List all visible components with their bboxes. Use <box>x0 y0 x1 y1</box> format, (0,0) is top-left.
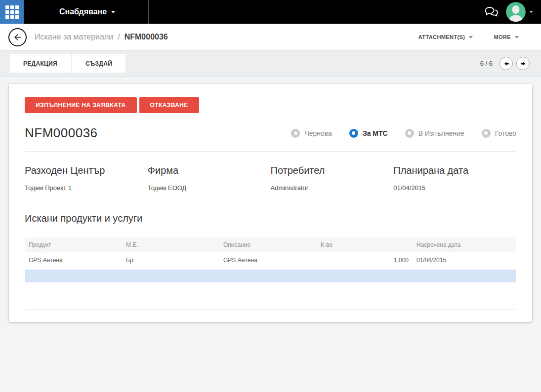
empty-row[interactable] <box>25 282 516 296</box>
status-label: Чернова <box>304 129 332 137</box>
column-header-description: Описание <box>219 237 317 252</box>
cell-description: GPS Антена <box>219 252 317 269</box>
chevron-down-icon <box>111 11 115 13</box>
selected-empty-row[interactable] <box>25 269 516 282</box>
module-menu[interactable]: Снабдяване <box>59 7 115 16</box>
status-label: В Изпълнение <box>418 129 464 137</box>
document-card: ИЗПЪЛНЕНИЕ НА ЗАЯВКАТА ОТКАЗВАНЕ NFM0000… <box>9 84 532 322</box>
user-menu[interactable] <box>506 2 533 22</box>
next-record-button[interactable] <box>516 57 530 70</box>
field-value: 01/04/2015 <box>393 184 516 192</box>
cell-scheduled-date: 01/04/2015 <box>413 252 516 269</box>
breadcrumb-parent[interactable]: Искане за материали <box>35 33 113 41</box>
breadcrumb: Искане за материали / NFM000036 <box>35 33 168 41</box>
field-user: Потребител Administrator <box>271 165 394 192</box>
radio-icon <box>291 129 300 138</box>
items-table-header-row: Продукт М.Е. Описание К-во Насрочена дат… <box>25 237 516 252</box>
cell-quantity: 1,000 <box>317 252 413 269</box>
chat-button[interactable] <box>484 6 499 18</box>
radio-icon <box>405 129 414 138</box>
radio-icon <box>482 129 491 138</box>
field-value: Тодем Проект 1 <box>25 184 148 192</box>
status-option-draft[interactable]: Чернова <box>291 129 332 138</box>
previous-record-button[interactable] <box>499 57 513 70</box>
more-menu[interactable]: MORE <box>494 34 519 40</box>
document-number: NFM000036 <box>25 125 98 141</box>
title-row: NFM000036 Чернова За МТС В Изпълнение Го… <box>25 125 516 152</box>
cell-product: GPS Антена <box>25 252 122 269</box>
field-label: Потребител <box>271 165 394 176</box>
items-section-title: Искани продукти и услуги <box>25 213 516 224</box>
column-header-product: Продукт <box>25 237 122 252</box>
avatar <box>506 2 526 22</box>
field-label: Планирана дата <box>393 165 516 176</box>
arrow-left-icon <box>13 33 22 42</box>
table-row[interactable]: GPS Антена Бр. GPS Антена 1,000 01/04/20… <box>25 252 516 269</box>
status-label: За МТС <box>363 129 388 137</box>
arrow-right-icon <box>520 60 527 67</box>
cell-unit: Бр. <box>122 252 219 269</box>
breadcrumb-current: NFM000036 <box>125 33 168 41</box>
field-cost-center: Разходен Център Тодем Проект 1 <box>25 165 148 192</box>
header-fields: Разходен Център Тодем Проект 1 Фирма Тод… <box>25 165 516 192</box>
action-bar: РЕДАКЦИЯ СЪЗДАЙ 6 / 6 <box>0 51 541 77</box>
toolbar: Искане за материали / NFM000036 ATTACHME… <box>0 24 541 51</box>
field-company: Фирма Тодем ЕООД <box>148 165 271 192</box>
arrow-left-icon <box>503 60 510 67</box>
chevron-down-icon <box>530 11 533 13</box>
column-header-unit: М.Е. <box>122 237 219 252</box>
empty-row[interactable] <box>25 296 516 309</box>
chevron-down-icon <box>515 36 519 39</box>
column-header-scheduled-date: Насрочена дата <box>413 237 516 252</box>
toolbar-right: ATTACHMENT(S) MORE <box>418 34 519 40</box>
field-label: Разходен Център <box>25 165 148 176</box>
status-option-for-mts[interactable]: За МТС <box>349 129 388 138</box>
back-button[interactable] <box>8 28 27 46</box>
card-actions: ИЗПЪЛНЕНИЕ НА ЗАЯВКАТА ОТКАЗВАНЕ <box>25 97 516 113</box>
chat-bubbles-icon <box>484 6 499 18</box>
edit-button[interactable]: РЕДАКЦИЯ <box>10 54 71 73</box>
more-menu-label: MORE <box>494 34 511 40</box>
items-table: Продукт М.Е. Описание К-во Насрочена дат… <box>25 237 516 310</box>
column-header-quantity: К-во <box>317 237 413 252</box>
app-launcher-button[interactable] <box>0 0 24 24</box>
topbar-right <box>484 2 541 22</box>
breadcrumb-separator: / <box>118 33 120 41</box>
attachments-menu[interactable]: ATTACHMENT(S) <box>418 34 473 40</box>
cancel-request-button[interactable]: ОТКАЗВАНЕ <box>139 97 199 113</box>
field-label: Фирма <box>148 165 271 176</box>
chevron-down-icon <box>469 36 473 39</box>
status-label: Готово <box>495 129 516 137</box>
module-menu-label: Снабдяване <box>59 7 107 16</box>
field-value: Тодем ЕООД <box>148 184 271 192</box>
pager-position: 6 / 6 <box>480 60 493 67</box>
attachments-menu-label: ATTACHMENT(S) <box>418 34 465 40</box>
top-bar: Снабдяване <box>0 0 541 24</box>
apps-grid-icon <box>5 5 19 19</box>
status-option-in-progress[interactable]: В Изпълнение <box>405 129 464 138</box>
topbar-divider <box>148 0 149 24</box>
field-planned-date: Планирана дата 01/04/2015 <box>393 165 516 192</box>
status-option-done[interactable]: Готово <box>482 129 516 138</box>
record-pager: 6 / 6 <box>480 57 530 70</box>
field-value: Administrator <box>271 184 394 192</box>
execute-request-button[interactable]: ИЗПЪЛНЕНИЕ НА ЗАЯВКАТА <box>25 97 137 113</box>
status-radio-group: Чернова За МТС В Изпълнение Готово <box>291 129 516 138</box>
radio-icon <box>349 129 358 138</box>
create-button[interactable]: СЪЗДАЙ <box>72 54 125 73</box>
